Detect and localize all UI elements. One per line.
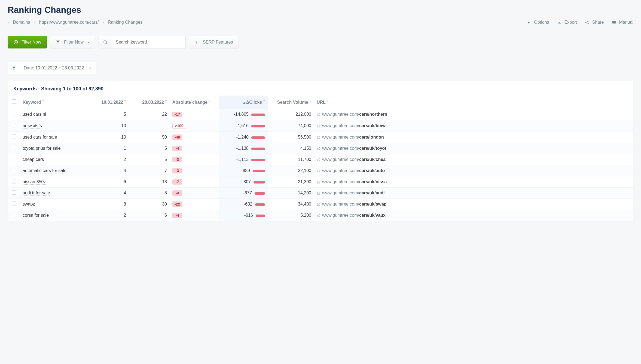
svg-point-4 [104, 41, 106, 43]
keyword-cell[interactable]: corsa for sale [20, 210, 88, 221]
export-button[interactable]: Export [557, 20, 577, 25]
options-dropdown[interactable]: ▾ Options [526, 20, 549, 25]
keyword-cell[interactable]: nissan 350z [20, 176, 88, 188]
row-checkbox[interactable] [8, 154, 20, 165]
url-cell[interactable]: www.gumtree.com/cars/uk/chea [314, 154, 633, 165]
help-icon[interactable]: ? [309, 99, 311, 103]
filter-now-button[interactable]: Filter Now [8, 36, 47, 48]
change-cell: -17 [170, 109, 219, 120]
header-absolute-change[interactable]: Absolute change? [170, 96, 219, 109]
search-input[interactable] [112, 36, 185, 48]
url-cell[interactable]: www.gumtree.com/cars/uk/bmw [314, 120, 633, 132]
manual-button[interactable]: Manual [612, 20, 633, 25]
table-row: cheap cars25-3-1,11311,700www.gumtree.co… [8, 154, 633, 165]
external-link-icon [317, 180, 320, 184]
row-checkbox[interactable] [8, 132, 20, 143]
table-row: audi tt for sale48-4-67714,200www.gumtre… [8, 188, 633, 199]
dclicks-cell: -632 [219, 199, 268, 210]
row-checkbox[interactable] [8, 176, 20, 188]
help-icon[interactable]: ? [327, 99, 329, 103]
external-link-icon [317, 158, 320, 162]
change-cell: -4 [170, 143, 219, 154]
dclicks-cell: -616 [219, 210, 268, 221]
dclicks-cell: -1,240 [219, 132, 268, 143]
date2-cell: 13 [129, 176, 170, 188]
date1-cell: 8 [88, 199, 129, 210]
share-icon [585, 20, 590, 25]
date1-cell: 5 [88, 109, 129, 120]
url-cell[interactable]: www.gumtree.com/cars/uk/audi [314, 188, 633, 199]
select-all-header[interactable] [8, 96, 20, 109]
keyword-cell[interactable]: audi tt for sale [20, 188, 88, 199]
row-checkbox[interactable] [8, 120, 20, 132]
row-checkbox[interactable] [8, 199, 20, 210]
options-label: Options [534, 20, 549, 25]
dclicks-cell: -889 [219, 165, 268, 176]
serp-features-label: SERP Features [203, 40, 233, 45]
header-dclicks[interactable]: ▴ΔClicks? [219, 96, 268, 109]
top-actions: ▾ Options Export Share Manual [526, 20, 633, 25]
volume-cell: 11,700 [268, 154, 314, 165]
row-checkbox[interactable] [8, 188, 20, 199]
help-icon[interactable]: ? [165, 99, 167, 103]
external-link-icon [317, 124, 320, 128]
row-checkbox[interactable] [8, 210, 20, 221]
volume-cell: 74,000 [268, 120, 314, 132]
help-icon[interactable]: ? [124, 99, 126, 103]
breadcrumb-domains[interactable]: Domains [13, 20, 30, 25]
row-checkbox[interactable] [8, 143, 20, 154]
url-cell[interactable]: www.gumtree.com/cars/uk/nissa [314, 176, 633, 188]
url-cell[interactable]: www.gumtree.com/cars/uk/vaux [314, 210, 633, 221]
help-icon[interactable]: ? [263, 99, 265, 103]
header-date1[interactable]: 10.01.2022? [88, 96, 129, 109]
help-icon[interactable]: ? [209, 99, 210, 103]
pencil-icon[interactable] [88, 66, 96, 70]
manual-label: Manual [619, 20, 633, 25]
dclicks-cell: -1,138 [219, 143, 268, 154]
keyword-cell[interactable]: used cars ni [20, 109, 88, 120]
keyword-cell[interactable]: toyota prius for sale [20, 143, 88, 154]
keyword-cell[interactable]: used cars for sale [20, 132, 88, 143]
keyword-cell[interactable]: swapz [20, 199, 88, 210]
header-search-volume[interactable]: Search Volume? [268, 96, 314, 109]
share-button[interactable]: Share [585, 20, 604, 25]
breadcrumb-url[interactable]: https://www.gumtree.com/cars/ [39, 20, 99, 25]
url-cell[interactable]: www.gumtree.com/cars/uk/toyot [314, 143, 633, 154]
header-date2[interactable]: 28.03.2022? [129, 96, 170, 109]
volume-cell: 5,200 [268, 210, 314, 221]
header-keyword[interactable]: Keyword? [20, 96, 88, 109]
help-icon[interactable]: ? [42, 99, 44, 103]
date1-cell: 2 [88, 210, 129, 221]
table-title: Keywords - Showing 1 to 100 of 92,890 [8, 81, 633, 96]
date1-cell: 4 [88, 165, 129, 176]
row-checkbox[interactable] [8, 165, 20, 176]
change-cell: >100 [170, 120, 219, 132]
row-checkbox[interactable] [8, 109, 20, 120]
date2-cell [129, 120, 170, 132]
header-url[interactable]: URL? [314, 96, 633, 109]
date-filter-text: Date: 10.01.2022 ~ 28.03.2022 [20, 66, 88, 71]
url-cell[interactable]: www.gumtree.com/cars/london [314, 132, 633, 143]
url-cell[interactable]: www.gumtree.com/cars/uk/auto [314, 165, 633, 176]
table-row: used cars for sale1050-40-1,24056,500www… [8, 132, 633, 143]
table-row: automatic cars for sale47-3-88922,100www… [8, 165, 633, 176]
search-keyword[interactable] [99, 36, 186, 48]
controls-row: Filter Now Filter Now ▾ + SERP Features [8, 36, 633, 55]
keyword-cell[interactable]: cheap cars [20, 154, 88, 165]
plus-circle-icon [13, 40, 18, 45]
external-link-icon [317, 113, 320, 117]
date1-cell: 4 [88, 188, 129, 199]
chevron-down-icon: ▾ [88, 40, 90, 44]
change-cell: -22 [170, 199, 219, 210]
change-cell: -7 [170, 176, 219, 188]
date-filter-row: Date: 10.01.2022 ~ 28.03.2022 [8, 62, 633, 74]
keyword-cell[interactable]: bmw x5 's [20, 120, 88, 132]
funnel-icon [56, 40, 61, 45]
url-cell[interactable]: www.gumtree.com/cars/northern [314, 109, 633, 120]
filter-dropdown-button[interactable]: Filter Now ▾ [50, 36, 95, 48]
date-filter-chip[interactable]: Date: 10.01.2022 ~ 28.03.2022 [8, 62, 96, 74]
serp-features-button[interactable]: + SERP Features [189, 36, 239, 48]
keyword-cell[interactable]: automatic cars for sale [20, 165, 88, 176]
url-cell[interactable]: www.gumtree.com/cars/uk/swap [314, 199, 633, 210]
date1-cell: 1 [88, 143, 129, 154]
